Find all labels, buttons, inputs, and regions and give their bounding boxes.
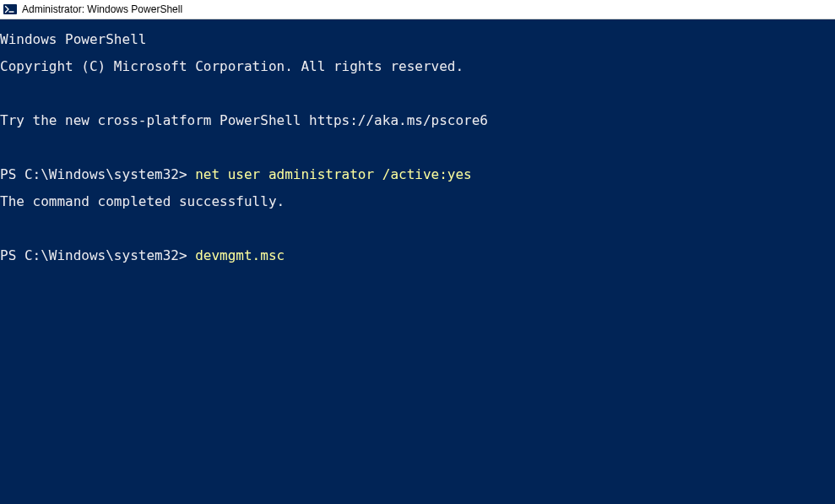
prompt-1: PS C:\Windows\system32> xyxy=(0,166,195,182)
window-title: Administrator: Windows PowerShell xyxy=(22,3,182,15)
blank-line xyxy=(0,141,835,154)
terminal-header-line2: Copyright (C) Microsoft Corporation. All… xyxy=(0,60,835,73)
command-line-1: PS C:\Windows\system32> net user adminis… xyxy=(0,168,835,182)
prompt-2: PS C:\Windows\system32> xyxy=(0,247,195,263)
command-2: devmgmt.msc xyxy=(195,247,285,263)
blank-line xyxy=(0,222,835,236)
terminal-area[interactable]: Windows PowerShell Copyright (C) Microso… xyxy=(0,19,835,504)
output-line-1: The command completed successfully. xyxy=(0,195,835,209)
command-line-2[interactable]: PS C:\Windows\system32> devmgmt.msc xyxy=(0,249,835,263)
powershell-icon xyxy=(3,3,17,16)
terminal-tip-line: Try the new cross-platform PowerShell ht… xyxy=(0,114,835,127)
blank-line xyxy=(0,87,835,100)
svg-rect-0 xyxy=(3,4,17,14)
titlebar[interactable]: Administrator: Windows PowerShell xyxy=(0,0,835,19)
terminal-header-line1: Windows PowerShell xyxy=(0,33,835,46)
command-1: net user administrator /active:yes xyxy=(195,166,472,182)
